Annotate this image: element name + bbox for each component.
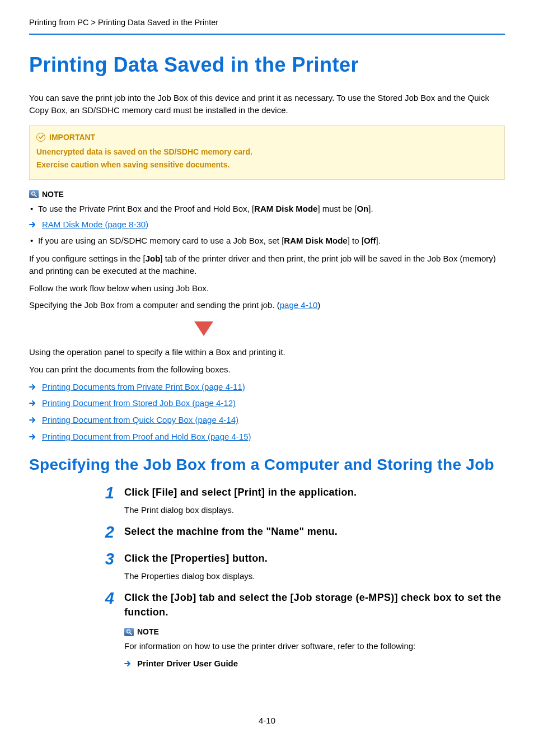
- step-2: 2 Select the machine from the "Name" men…: [101, 524, 505, 543]
- page-number: 4-10: [0, 715, 534, 727]
- paragraph-boxes: You can print the documents from the fol…: [29, 363, 505, 376]
- step-4: 4 Click the [Job] tab and select the [Jo…: [101, 590, 505, 670]
- page-title: Printing Data Saved in the Printer: [29, 50, 505, 80]
- step-4-reference-row: Printer Driver User Guide: [124, 657, 505, 670]
- link-ram-disk-mode[interactable]: RAM Disk Mode (page 8-30): [42, 218, 148, 231]
- important-callout: IMPORTANT Unencrypted data is saved on t…: [29, 125, 505, 180]
- breadcrumb: Printing from PC > Printing Data Saved i…: [29, 17, 505, 35]
- step-number: 4: [101, 590, 114, 606]
- down-triangle-icon: [194, 321, 213, 336]
- svg-line-1: [35, 195, 36, 197]
- arrow-right-icon: [29, 400, 37, 407]
- step-1-title: Click [File] and select [Print] in the a…: [124, 485, 505, 500]
- step-3-title: Click the [Properties] button.: [124, 551, 505, 566]
- paragraph-job-tab: If you configure settings in the [Job] t…: [29, 253, 505, 277]
- important-line-1: Unencrypted data is saved on the SD/SDHC…: [36, 146, 498, 157]
- arrow-right-icon: [29, 417, 37, 423]
- step-1-text: The Print dialog box displays.: [124, 504, 505, 516]
- note-icon: [124, 628, 134, 636]
- important-line-2: Exercise caution when saving sensitive d…: [36, 159, 498, 170]
- link-row-1: Printing Documents from Private Print Bo…: [29, 381, 505, 393]
- link-row-ram-disk: RAM Disk Mode (page 8-30): [29, 218, 505, 231]
- step-4-note-label: NOTE: [137, 626, 159, 637]
- note-heading: NOTE: [29, 189, 505, 200]
- check-circle-icon: [36, 133, 45, 142]
- note-block: NOTE To use the Private Print Box and th…: [29, 189, 505, 248]
- step-number: 3: [101, 551, 114, 567]
- link-quick-copy-box[interactable]: Printing Document from Quick Copy Box (p…: [42, 414, 238, 426]
- note-label: NOTE: [42, 189, 64, 200]
- link-private-print-box[interactable]: Printing Documents from Private Print Bo…: [42, 381, 245, 393]
- link-row-2: Printing Document from Stored Job Box (p…: [29, 397, 505, 409]
- reference-printer-driver-guide: Printer Driver User Guide: [137, 657, 238, 670]
- link-page-4-10[interactable]: page 4-10: [280, 300, 318, 310]
- step-1: 1 Click [File] and select [Print] in the…: [101, 485, 505, 516]
- link-proof-and-hold-box[interactable]: Printing Document from Proof and Hold Bo…: [42, 431, 251, 443]
- step-3-text: The Properties dialog box displays.: [124, 570, 505, 582]
- step-4-title: Click the [Job] tab and select the [Job …: [124, 590, 505, 619]
- arrow-right-icon: [29, 384, 37, 390]
- note-bullet-1: To use the Private Print Box and the Pro…: [29, 203, 505, 215]
- paragraph-specifying: Specifying the Job Box from a computer a…: [29, 299, 505, 311]
- step-4-note-text: For information on how to use the printe…: [124, 640, 505, 652]
- step-4-note-heading: NOTE: [124, 626, 505, 637]
- note-icon: [29, 190, 39, 198]
- note-bullet-2: If you are using an SD/SDHC memory card …: [29, 235, 505, 247]
- arrow-right-icon: [124, 660, 132, 667]
- paragraph-operation-panel: Using the operation panel to specify a f…: [29, 346, 505, 358]
- step-3: 3 Click the [Properties] button. The Pro…: [101, 551, 505, 582]
- step-number: 2: [101, 524, 114, 540]
- link-stored-job-box[interactable]: Printing Document from Stored Job Box (p…: [42, 397, 236, 409]
- link-row-3: Printing Document from Quick Copy Box (p…: [29, 414, 505, 426]
- arrow-right-icon: [29, 221, 37, 228]
- section-title: Specifying the Job Box from a Computer a…: [29, 455, 505, 474]
- important-heading: IMPORTANT: [36, 132, 498, 143]
- link-row-4: Printing Document from Proof and Hold Bo…: [29, 431, 505, 443]
- arrow-right-icon: [29, 433, 37, 440]
- intro-text: You can save the print job into the Job …: [29, 92, 505, 116]
- paragraph-workflow: Follow the work flow below when using Jo…: [29, 282, 505, 295]
- step-number: 1: [101, 485, 114, 501]
- step-2-title: Select the machine from the "Name" menu.: [124, 524, 505, 539]
- important-label: IMPORTANT: [49, 132, 95, 143]
- svg-line-3: [130, 633, 132, 634]
